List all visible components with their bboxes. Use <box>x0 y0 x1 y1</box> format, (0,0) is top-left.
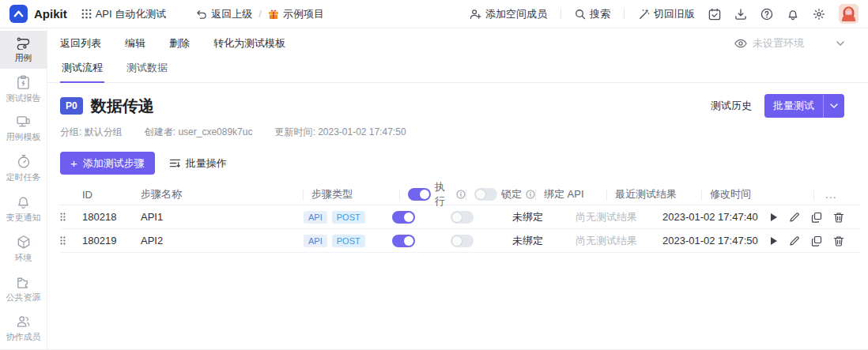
bind-status: 未绑定 <box>512 205 576 228</box>
column-modified-time: 修改时间 <box>710 189 814 201</box>
search-button[interactable]: 搜索 <box>575 7 610 21</box>
apikit-logo-icon[interactable] <box>9 5 28 23</box>
column-lock: 锁定 <box>474 189 536 201</box>
switch-old-version-button[interactable]: 切回旧版 <box>638 7 695 21</box>
run-icon[interactable] <box>770 236 778 246</box>
add-test-step-button[interactable]: + 添加测试步骤 <box>60 152 155 175</box>
members-icon <box>16 314 31 329</box>
help-icon[interactable] <box>760 8 773 21</box>
drag-handle-column <box>60 189 82 201</box>
column-bind-api: 绑定 API <box>544 189 607 201</box>
brand-name: Apikit <box>34 7 67 21</box>
sidebar-item-collaborators[interactable]: 协作成员 <box>0 309 47 348</box>
column-step-type: 步骤类型 <box>311 189 400 201</box>
copy-icon[interactable] <box>811 235 822 247</box>
info-icon <box>526 190 535 199</box>
chevron-down-icon[interactable] <box>824 103 844 108</box>
step-name[interactable]: API2 <box>141 229 304 252</box>
tab-test-flow[interactable]: 测试流程 <box>60 58 104 83</box>
delete-button[interactable]: 删除 <box>169 36 190 51</box>
edit-icon[interactable] <box>789 212 800 223</box>
calendar-check-icon[interactable] <box>708 8 721 21</box>
chevron-down-icon <box>836 41 844 46</box>
eye-icon <box>734 39 747 48</box>
lock-all-toggle[interactable] <box>474 188 497 201</box>
sidebar-item-environment[interactable]: 环境 <box>0 229 47 269</box>
step-type-badges: API POST <box>304 205 392 228</box>
sidebar-item-test-reports[interactable]: 测试报告 <box>0 70 47 109</box>
post-badge: POST <box>332 211 365 224</box>
copy-icon[interactable] <box>811 212 822 223</box>
flow-icon <box>16 36 31 50</box>
tab-test-data[interactable]: 测试数据 <box>125 58 169 82</box>
case-title-row: P0 数据传递 测试历史 批量测试 <box>47 83 868 118</box>
sidebar-item-change-notifications[interactable]: 变更通知 <box>0 189 47 228</box>
step-name[interactable]: API1 <box>141 205 304 228</box>
timer-icon <box>17 154 31 169</box>
sidebar-item-scheduled-tasks[interactable]: 定时任务 <box>0 149 47 188</box>
sidebar-item-use-cases[interactable]: 用例 <box>0 31 47 69</box>
plus-icon: + <box>70 157 77 169</box>
edit-icon[interactable] <box>789 235 800 247</box>
modified-time: 2023-01-02 17:47:40 <box>662 205 767 228</box>
test-history-link[interactable]: 测试历史 <box>711 99 752 113</box>
gear-icon[interactable] <box>813 8 825 21</box>
environment-select[interactable]: 未设置环境 <box>734 36 855 51</box>
add-member-button[interactable]: 添加空间成员 <box>470 7 547 21</box>
batch-test-button[interactable]: 批量测试 <box>764 94 844 118</box>
environment-placeholder: 未设置环境 <box>753 36 804 51</box>
post-badge: POST <box>332 235 365 247</box>
run-icon[interactable] <box>770 213 778 222</box>
info-icon <box>456 190 466 199</box>
app-switcher[interactable]: API 自动化测试 <box>81 7 167 21</box>
main-content: 返回列表 编辑 删除 转化为测试模板 未设置环境 测试流程 测试数据 <box>47 28 868 349</box>
resource-icon <box>16 275 31 289</box>
case-toolbar: 返回列表 编辑 删除 转化为测试模板 未设置环境 <box>47 28 868 58</box>
drag-handle-icon[interactable] <box>60 213 66 221</box>
table-row: 180218 API1 API POST 未绑定 尚无测试结果 2023-01-… <box>60 205 860 229</box>
meta-group: 分组: 默认分组 <box>60 126 123 139</box>
sidebar-item-public-resources[interactable]: 公共资源 <box>0 269 47 308</box>
column-latest-result: 最近测试结果 <box>615 189 702 201</box>
column-id: ID <box>82 189 141 201</box>
priority-badge: P0 <box>60 97 83 115</box>
lock-toggle[interactable] <box>451 235 474 247</box>
report-icon <box>17 75 30 90</box>
execute-toggle[interactable] <box>392 211 415 224</box>
navbar-right-group: 添加空间成员 搜索 切回旧版 <box>470 4 859 24</box>
app-title: API 自动化测试 <box>96 7 167 21</box>
divider <box>560 8 561 20</box>
api-badge: API <box>304 211 327 224</box>
column-execute: 执行 <box>408 189 466 201</box>
sidebar-item-case-templates[interactable]: 用例模板 <box>0 110 47 148</box>
step-id: 180218 <box>82 205 141 228</box>
back-to-list-button[interactable]: 返回列表 <box>60 36 101 51</box>
back-arrow-icon <box>196 9 207 19</box>
download-icon[interactable] <box>734 8 747 21</box>
breadcrumb-separator: / <box>259 8 262 20</box>
case-tabs: 测试流程 测试数据 <box>47 58 868 83</box>
delete-icon[interactable] <box>833 212 844 223</box>
edit-button[interactable]: 编辑 <box>125 36 145 51</box>
modified-time: 2023-01-02 17:47:50 <box>662 229 767 252</box>
delete-icon[interactable] <box>833 235 844 247</box>
execute-all-toggle[interactable] <box>408 188 431 201</box>
execute-toggle[interactable] <box>392 235 415 247</box>
page-title: 数据传递 <box>91 96 154 117</box>
project-breadcrumb[interactable]: 示例项目 <box>268 7 324 21</box>
user-avatar[interactable] <box>839 4 859 24</box>
batch-operations-button[interactable]: 批量操作 <box>169 156 227 171</box>
convert-template-button[interactable]: 转化为测试模板 <box>213 36 285 51</box>
list-sort-icon <box>169 158 181 168</box>
latest-result: 尚无测试结果 <box>576 205 662 228</box>
step-type-badges: API POST <box>304 229 392 252</box>
search-icon <box>575 9 586 20</box>
person-add-icon <box>470 9 481 20</box>
table-row: 180219 API2 API POST 未绑定 尚无测试结果 2023-01-… <box>60 229 860 253</box>
bell-icon[interactable] <box>787 8 799 21</box>
back-upper-level[interactable]: 返回上级 <box>196 7 252 21</box>
divider <box>624 8 625 20</box>
drag-handle-icon[interactable] <box>60 236 66 245</box>
lock-toggle[interactable] <box>451 211 474 224</box>
wand-icon <box>638 9 650 20</box>
